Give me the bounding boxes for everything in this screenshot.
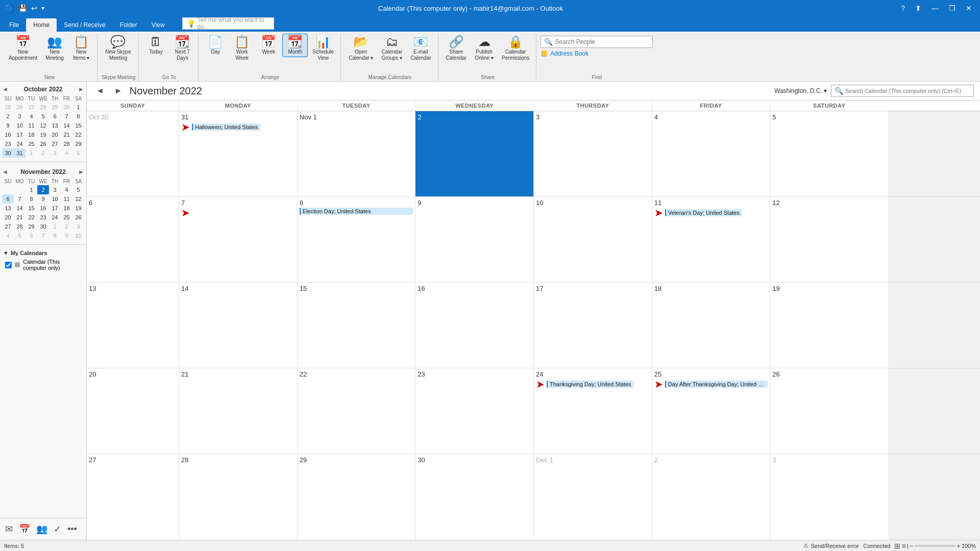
quick-access-undo[interactable]: ↩: [31, 4, 37, 12]
mini-cal-day[interactable]: 1: [72, 103, 84, 112]
day-nov17[interactable]: 17: [533, 283, 652, 368]
mini-cal-day[interactable]: 31: [14, 148, 26, 158]
zoom-in-btn[interactable]: +: [957, 542, 961, 550]
mini-cal-day[interactable]: 5: [14, 231, 26, 240]
day-nov2-today[interactable]: 2: [415, 111, 533, 196]
event-day-after-thanksgiving[interactable]: Day After Thanksgiving Day; United State…: [665, 381, 768, 388]
publish-online-btn[interactable]: ☁ PublishOnline ▾: [471, 34, 497, 63]
today-btn[interactable]: 🗓 Today: [143, 34, 168, 57]
day-nov20[interactable]: 20: [87, 368, 179, 454]
quick-access-dropdown[interactable]: ▾: [41, 5, 44, 12]
mini-cal-day[interactable]: 9: [61, 231, 72, 240]
day-nov4[interactable]: 4: [652, 111, 770, 196]
day-nov7[interactable]: 7 ➤: [179, 197, 297, 282]
day-nov29[interactable]: 29: [297, 454, 415, 540]
email-calendar-btn[interactable]: 📧 E-mailCalendar: [407, 34, 435, 63]
mini-cal-day[interactable]: 8: [72, 112, 84, 121]
mini-cal-day[interactable]: 24: [14, 139, 26, 148]
calendar-checkbox[interactable]: [5, 262, 12, 268]
close-btn[interactable]: ✕: [962, 3, 976, 13]
mini-cal-day[interactable]: 11: [61, 194, 72, 204]
mini-cal-day[interactable]: 7: [14, 194, 26, 204]
mini-cal-day[interactable]: 2: [2, 112, 14, 121]
month-view-btn[interactable]: 📆 Month: [282, 34, 308, 57]
day-nov11[interactable]: 11 ➤ Veteran's Day; United States: [652, 197, 770, 282]
event-thanksgiving[interactable]: Thanksgiving Day; United States: [547, 381, 633, 388]
open-calendar-btn[interactable]: 📂 OpenCalendar ▾: [345, 34, 377, 63]
calendar-search-input[interactable]: [845, 88, 970, 94]
mini-cal-day[interactable]: 14: [61, 121, 72, 130]
mini-cal-day[interactable]: 3: [72, 222, 84, 231]
nav-tasks-icon[interactable]: ✓: [52, 521, 63, 537]
mini-cal-day[interactable]: 2: [61, 222, 72, 231]
day-nov1[interactable]: Nov 1: [297, 111, 415, 196]
day-nov18[interactable]: 18: [652, 283, 770, 368]
calendar-search-box[interactable]: 🔍: [831, 85, 974, 97]
week-view-btn[interactable]: 📅 Week: [256, 34, 281, 57]
mini-cal-day[interactable]: 3: [14, 112, 26, 121]
mini-cal-day[interactable]: 30: [61, 103, 72, 112]
mini-cal-day[interactable]: 10: [49, 194, 61, 204]
mini-cal-day[interactable]: 23: [37, 213, 49, 222]
view-reading-btn[interactable]: ≡: [901, 542, 905, 550]
mini-cal-day[interactable]: 16: [37, 204, 49, 213]
workweek-view-btn[interactable]: 📋 WorkWeek: [229, 34, 255, 63]
address-book-link[interactable]: 📒 Address Book: [541, 50, 653, 57]
nav-more-icon[interactable]: •••: [65, 522, 79, 537]
mini-cal-day[interactable]: 7: [61, 112, 72, 121]
november-prev-btn[interactable]: ◄: [2, 168, 8, 176]
mini-cal-day[interactable]: 29: [72, 139, 84, 148]
nav-people-icon[interactable]: 👥: [34, 521, 50, 537]
mini-cal-day[interactable]: 8: [49, 231, 61, 240]
event-election-day[interactable]: Election Day; United States: [300, 208, 413, 215]
october-next-btn[interactable]: ►: [78, 86, 84, 93]
day-view-btn[interactable]: 📄 Day: [203, 34, 228, 57]
minimize-btn[interactable]: —: [927, 3, 943, 13]
mini-cal-day[interactable]: 9: [2, 121, 14, 130]
mini-cal-day[interactable]: 26: [72, 213, 84, 222]
october-prev-btn[interactable]: ◄: [2, 86, 8, 93]
event-veterans-day[interactable]: Veteran's Day; United States: [665, 209, 742, 216]
day-nov27[interactable]: 27: [87, 454, 179, 540]
mini-cal-day[interactable]: 4: [26, 112, 37, 121]
cal-prev-btn[interactable]: ◄: [93, 85, 107, 96]
day-nov22[interactable]: 22: [297, 368, 415, 454]
mini-cal-day[interactable]: 6: [49, 112, 61, 121]
day-dec3[interactable]: 3: [770, 454, 888, 540]
mini-cal-day[interactable]: 25: [61, 213, 72, 222]
calendar-permissions-btn[interactable]: 🔒 CalendarPermissions: [498, 34, 533, 63]
mini-cal-day[interactable]: 7: [37, 231, 49, 240]
mini-cal-day[interactable]: 27: [2, 222, 14, 231]
mini-cal-day[interactable]: 10: [72, 231, 84, 240]
november-next-btn[interactable]: ►: [78, 168, 84, 176]
mini-cal-day[interactable]: 25: [2, 103, 14, 112]
mini-cal-day[interactable]: 16: [2, 130, 14, 139]
day-nov30[interactable]: 30: [415, 454, 533, 540]
mini-cal-day[interactable]: 22: [26, 213, 37, 222]
mini-cal-day[interactable]: 22: [72, 130, 84, 139]
event-halloween[interactable]: Halloween; United States: [192, 123, 260, 131]
mini-cal-day[interactable]: 13: [49, 121, 61, 130]
day-nov12[interactable]: 12: [770, 197, 888, 282]
day-nov5[interactable]: 5: [770, 111, 888, 196]
day-nov28[interactable]: 28: [179, 454, 297, 540]
tab-send-receive[interactable]: Send / Receive: [57, 18, 112, 32]
my-calendars-header[interactable]: ▼ My Calendars: [3, 249, 83, 257]
day-nov6[interactable]: 6: [87, 197, 179, 282]
mini-cal-day[interactable]: 2: [37, 148, 49, 158]
new-items-btn[interactable]: 📋 NewItems ▾: [68, 34, 94, 63]
mini-cal-day[interactable]: 21: [14, 213, 26, 222]
day-oct30[interactable]: Oct 30: [87, 111, 179, 196]
mini-cal-day[interactable]: 4: [61, 185, 72, 194]
day-dec1[interactable]: Dec 1: [533, 454, 652, 540]
mini-cal-day[interactable]: 12: [37, 121, 49, 130]
mini-cal-day[interactable]: 13: [2, 204, 14, 213]
next7-btn[interactable]: 📆 Next 7Days: [169, 34, 195, 63]
mini-cal-day[interactable]: 1: [26, 148, 37, 158]
mini-cal-day[interactable]: 5: [72, 148, 84, 158]
search-people-input[interactable]: [555, 38, 649, 45]
nav-mail-icon[interactable]: ✉: [3, 521, 15, 537]
mini-cal-day[interactable]: 28: [37, 103, 49, 112]
mini-cal-day[interactable]: 15: [72, 121, 84, 130]
day-oct31[interactable]: 31 ➤ Halloween; United States: [179, 111, 297, 196]
